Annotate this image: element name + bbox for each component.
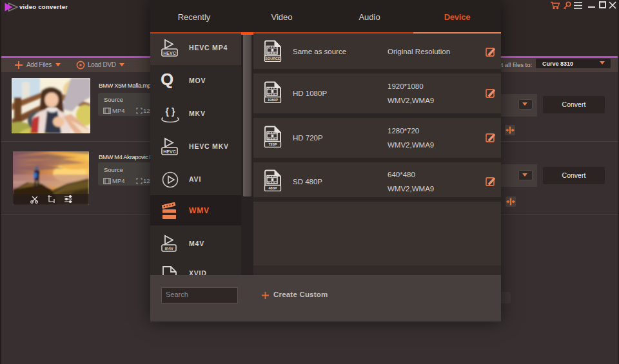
svg-text:HEVC: HEVC <box>163 149 175 154</box>
svg-text:1080P: 1080P <box>268 98 278 102</box>
svg-text:SOURCE: SOURCE <box>265 57 280 61</box>
svg-text:720P: 720P <box>269 142 277 146</box>
svg-text:480P: 480P <box>269 186 277 190</box>
svg-text:m4v: m4v <box>164 246 173 251</box>
svg-text:HEVC: HEVC <box>163 51 175 55</box>
svg-text:{ }: { } <box>166 106 175 117</box>
